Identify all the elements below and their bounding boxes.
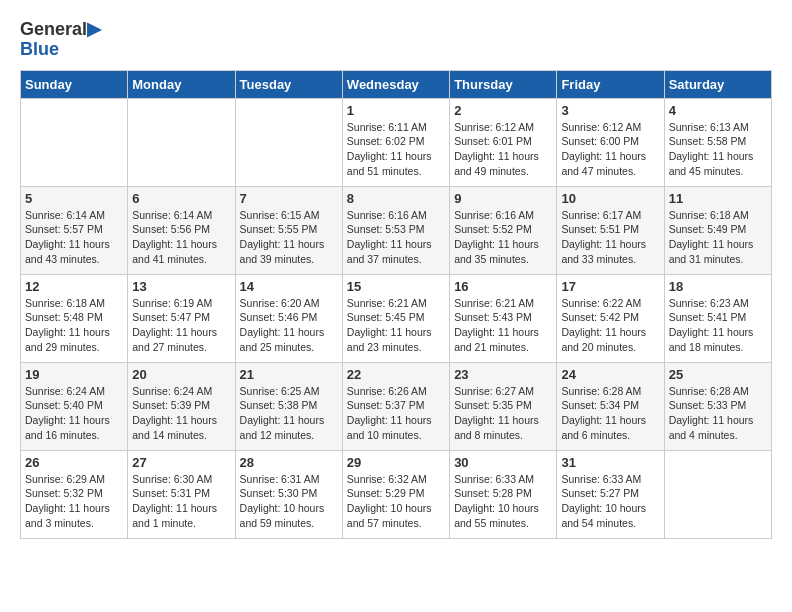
calendar-week-row: 5Sunrise: 6:14 AM Sunset: 5:57 PM Daylig… [21, 186, 772, 274]
calendar-cell: 24Sunrise: 6:28 AM Sunset: 5:34 PM Dayli… [557, 362, 664, 450]
day-number: 11 [669, 191, 767, 206]
calendar-cell: 7Sunrise: 6:15 AM Sunset: 5:55 PM Daylig… [235, 186, 342, 274]
calendar-cell: 15Sunrise: 6:21 AM Sunset: 5:45 PM Dayli… [342, 274, 449, 362]
day-number: 3 [561, 103, 659, 118]
day-number: 28 [240, 455, 338, 470]
day-info: Sunrise: 6:33 AM Sunset: 5:27 PM Dayligh… [561, 472, 659, 531]
day-of-week-header: Saturday [664, 70, 771, 98]
day-number: 25 [669, 367, 767, 382]
calendar-table: SundayMondayTuesdayWednesdayThursdayFrid… [20, 70, 772, 539]
day-number: 6 [132, 191, 230, 206]
calendar-cell: 9Sunrise: 6:16 AM Sunset: 5:52 PM Daylig… [450, 186, 557, 274]
day-info: Sunrise: 6:30 AM Sunset: 5:31 PM Dayligh… [132, 472, 230, 531]
logo: General▶ Blue [20, 20, 101, 60]
day-info: Sunrise: 6:25 AM Sunset: 5:38 PM Dayligh… [240, 384, 338, 443]
day-number: 10 [561, 191, 659, 206]
calendar-cell [235, 98, 342, 186]
day-number: 21 [240, 367, 338, 382]
day-of-week-header: Wednesday [342, 70, 449, 98]
calendar-cell: 4Sunrise: 6:13 AM Sunset: 5:58 PM Daylig… [664, 98, 771, 186]
day-number: 7 [240, 191, 338, 206]
day-info: Sunrise: 6:12 AM Sunset: 6:01 PM Dayligh… [454, 120, 552, 179]
day-info: Sunrise: 6:18 AM Sunset: 5:48 PM Dayligh… [25, 296, 123, 355]
calendar-cell: 6Sunrise: 6:14 AM Sunset: 5:56 PM Daylig… [128, 186, 235, 274]
day-number: 1 [347, 103, 445, 118]
day-number: 14 [240, 279, 338, 294]
day-info: Sunrise: 6:14 AM Sunset: 5:57 PM Dayligh… [25, 208, 123, 267]
day-number: 15 [347, 279, 445, 294]
calendar-cell: 26Sunrise: 6:29 AM Sunset: 5:32 PM Dayli… [21, 450, 128, 538]
calendar-cell: 11Sunrise: 6:18 AM Sunset: 5:49 PM Dayli… [664, 186, 771, 274]
day-number: 26 [25, 455, 123, 470]
calendar-cell: 21Sunrise: 6:25 AM Sunset: 5:38 PM Dayli… [235, 362, 342, 450]
logo-blue: Blue [20, 40, 59, 60]
day-info: Sunrise: 6:29 AM Sunset: 5:32 PM Dayligh… [25, 472, 123, 531]
day-info: Sunrise: 6:19 AM Sunset: 5:47 PM Dayligh… [132, 296, 230, 355]
day-info: Sunrise: 6:13 AM Sunset: 5:58 PM Dayligh… [669, 120, 767, 179]
day-info: Sunrise: 6:17 AM Sunset: 5:51 PM Dayligh… [561, 208, 659, 267]
day-info: Sunrise: 6:20 AM Sunset: 5:46 PM Dayligh… [240, 296, 338, 355]
page-header: General▶ Blue [20, 20, 772, 60]
day-number: 17 [561, 279, 659, 294]
calendar-cell: 20Sunrise: 6:24 AM Sunset: 5:39 PM Dayli… [128, 362, 235, 450]
calendar-cell: 31Sunrise: 6:33 AM Sunset: 5:27 PM Dayli… [557, 450, 664, 538]
calendar-cell: 2Sunrise: 6:12 AM Sunset: 6:01 PM Daylig… [450, 98, 557, 186]
calendar-week-row: 12Sunrise: 6:18 AM Sunset: 5:48 PM Dayli… [21, 274, 772, 362]
calendar-cell: 27Sunrise: 6:30 AM Sunset: 5:31 PM Dayli… [128, 450, 235, 538]
day-info: Sunrise: 6:21 AM Sunset: 5:43 PM Dayligh… [454, 296, 552, 355]
day-info: Sunrise: 6:16 AM Sunset: 5:53 PM Dayligh… [347, 208, 445, 267]
day-info: Sunrise: 6:32 AM Sunset: 5:29 PM Dayligh… [347, 472, 445, 531]
calendar-cell: 3Sunrise: 6:12 AM Sunset: 6:00 PM Daylig… [557, 98, 664, 186]
calendar-cell: 25Sunrise: 6:28 AM Sunset: 5:33 PM Dayli… [664, 362, 771, 450]
day-number: 18 [669, 279, 767, 294]
calendar-cell: 23Sunrise: 6:27 AM Sunset: 5:35 PM Dayli… [450, 362, 557, 450]
day-info: Sunrise: 6:24 AM Sunset: 5:40 PM Dayligh… [25, 384, 123, 443]
day-number: 5 [25, 191, 123, 206]
day-number: 31 [561, 455, 659, 470]
day-number: 27 [132, 455, 230, 470]
day-info: Sunrise: 6:11 AM Sunset: 6:02 PM Dayligh… [347, 120, 445, 179]
day-number: 13 [132, 279, 230, 294]
day-info: Sunrise: 6:27 AM Sunset: 5:35 PM Dayligh… [454, 384, 552, 443]
logo-text: General▶ [20, 20, 101, 40]
day-of-week-header: Tuesday [235, 70, 342, 98]
day-info: Sunrise: 6:21 AM Sunset: 5:45 PM Dayligh… [347, 296, 445, 355]
day-number: 24 [561, 367, 659, 382]
calendar-cell: 19Sunrise: 6:24 AM Sunset: 5:40 PM Dayli… [21, 362, 128, 450]
calendar-cell [128, 98, 235, 186]
day-info: Sunrise: 6:22 AM Sunset: 5:42 PM Dayligh… [561, 296, 659, 355]
day-number: 19 [25, 367, 123, 382]
day-info: Sunrise: 6:28 AM Sunset: 5:34 PM Dayligh… [561, 384, 659, 443]
day-info: Sunrise: 6:33 AM Sunset: 5:28 PM Dayligh… [454, 472, 552, 531]
calendar-cell: 16Sunrise: 6:21 AM Sunset: 5:43 PM Dayli… [450, 274, 557, 362]
calendar-cell: 10Sunrise: 6:17 AM Sunset: 5:51 PM Dayli… [557, 186, 664, 274]
calendar-header: SundayMondayTuesdayWednesdayThursdayFrid… [21, 70, 772, 98]
day-info: Sunrise: 6:26 AM Sunset: 5:37 PM Dayligh… [347, 384, 445, 443]
day-number: 4 [669, 103, 767, 118]
day-of-week-header: Sunday [21, 70, 128, 98]
day-number: 29 [347, 455, 445, 470]
calendar-cell: 5Sunrise: 6:14 AM Sunset: 5:57 PM Daylig… [21, 186, 128, 274]
calendar-cell: 13Sunrise: 6:19 AM Sunset: 5:47 PM Dayli… [128, 274, 235, 362]
day-number: 2 [454, 103, 552, 118]
day-info: Sunrise: 6:12 AM Sunset: 6:00 PM Dayligh… [561, 120, 659, 179]
day-of-week-header: Monday [128, 70, 235, 98]
calendar-cell: 14Sunrise: 6:20 AM Sunset: 5:46 PM Dayli… [235, 274, 342, 362]
day-info: Sunrise: 6:31 AM Sunset: 5:30 PM Dayligh… [240, 472, 338, 531]
calendar-cell [21, 98, 128, 186]
day-number: 30 [454, 455, 552, 470]
calendar-cell: 18Sunrise: 6:23 AM Sunset: 5:41 PM Dayli… [664, 274, 771, 362]
day-of-week-header: Friday [557, 70, 664, 98]
day-info: Sunrise: 6:24 AM Sunset: 5:39 PM Dayligh… [132, 384, 230, 443]
day-info: Sunrise: 6:16 AM Sunset: 5:52 PM Dayligh… [454, 208, 552, 267]
day-info: Sunrise: 6:28 AM Sunset: 5:33 PM Dayligh… [669, 384, 767, 443]
day-info: Sunrise: 6:14 AM Sunset: 5:56 PM Dayligh… [132, 208, 230, 267]
calendar-week-row: 19Sunrise: 6:24 AM Sunset: 5:40 PM Dayli… [21, 362, 772, 450]
calendar-cell: 12Sunrise: 6:18 AM Sunset: 5:48 PM Dayli… [21, 274, 128, 362]
day-info: Sunrise: 6:15 AM Sunset: 5:55 PM Dayligh… [240, 208, 338, 267]
day-number: 8 [347, 191, 445, 206]
calendar-cell: 8Sunrise: 6:16 AM Sunset: 5:53 PM Daylig… [342, 186, 449, 274]
day-info: Sunrise: 6:18 AM Sunset: 5:49 PM Dayligh… [669, 208, 767, 267]
calendar-cell: 28Sunrise: 6:31 AM Sunset: 5:30 PM Dayli… [235, 450, 342, 538]
day-number: 23 [454, 367, 552, 382]
